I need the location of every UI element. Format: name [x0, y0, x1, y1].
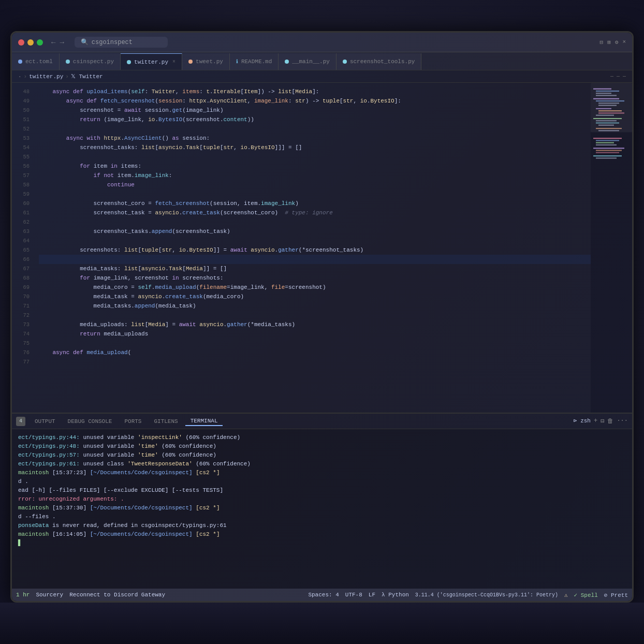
terminal-body[interactable]: ect/typings.py:44: unused variable 'insp… [12, 429, 632, 589]
svg-rect-21 [596, 142, 614, 143]
window-controls [18, 39, 43, 46]
line-num: 48 [15, 87, 30, 96]
minimize-button[interactable] [27, 39, 34, 46]
breadcrumb-file[interactable]: twitter.py [29, 74, 63, 80]
terminal-line: macintosh [15:37:30] [~/Documents/Code/c… [18, 504, 626, 513]
line-num: 66 [15, 255, 30, 264]
code-line: media_coro = self.media_upload(filename=… [39, 283, 591, 292]
code-line [39, 189, 591, 199]
sourcery-label[interactable]: Sourcery [36, 592, 63, 598]
close-button[interactable] [18, 39, 24, 46]
close-icon[interactable]: × [622, 39, 626, 46]
search-icon: 🔍 [81, 38, 89, 46]
tab-output[interactable]: OUTPUT [30, 417, 61, 426]
python-version[interactable]: 3.11.4 ('csgoinspect-CcqO1BVs-py3.11': P… [415, 592, 558, 598]
line-num: 62 [15, 217, 30, 227]
line-num: 67 [15, 264, 30, 273]
split-icon[interactable]: ⊟ [600, 39, 604, 46]
forward-button[interactable]: → [60, 38, 64, 47]
line-num: 59 [15, 189, 30, 199]
code-line: screenshot_coro = fetch_screenshot(sessi… [39, 199, 591, 208]
tab-toml[interactable]: ect.toml [12, 53, 60, 70]
maximize-button[interactable] [37, 39, 43, 46]
code-line: async with httpx.AsyncClient() as sessio… [39, 134, 591, 143]
line-num: 73 [15, 320, 30, 329]
laptop-frame: ← → 🔍 csgoinspect ⊟ ⊞ ⚙ × ect.to [0, 0, 644, 644]
titlebar: ← → 🔍 csgoinspect ⊟ ⊞ ⚙ × [12, 33, 632, 52]
code-line: if not item.image_link: [39, 171, 591, 180]
spell-checker[interactable]: ✓ Spell [574, 592, 598, 598]
svg-rect-26 [593, 155, 622, 156]
tab-label: screenshot_tools.py [350, 58, 415, 65]
nav-buttons: ← → [51, 38, 64, 47]
shell-label: ⊳ zsh [574, 417, 591, 425]
line-num: 60 [15, 199, 30, 208]
code-line: return media_uploads [39, 329, 591, 339]
code-editor[interactable]: async def upload_items(self: Twitter, it… [33, 83, 591, 413]
reconnect-discord[interactable]: Reconnect to Discord Gateway [69, 592, 165, 598]
minimap [591, 83, 632, 413]
tab-label: ect.toml [25, 58, 53, 65]
line-num: 52 [15, 124, 30, 134]
plus-button[interactable]: + [594, 417, 597, 425]
code-line: screenshot_tasks.append(screenshot_task) [39, 227, 591, 236]
more-button[interactable]: ··· [617, 417, 628, 425]
terminal-line: macintosh [16:14:05] [~/Documents/Code/c… [18, 530, 626, 539]
line-num: 58 [15, 180, 30, 189]
spaces-indicator[interactable]: Spaces: 4 [308, 592, 339, 598]
tab-readme[interactable]: ℹ README.md [230, 53, 279, 70]
trash-button[interactable]: 🗑 [607, 417, 613, 425]
svg-rect-23 [593, 148, 624, 149]
tab-label: README.md [241, 58, 272, 65]
breadcrumb-class[interactable]: 𝕏 Twitter [71, 73, 103, 80]
tab-debug-console[interactable]: DEBUG CONSOLE [63, 417, 118, 426]
terminal-line: ▋ [18, 539, 626, 548]
terminal-line: ect/typings.py:61: unused class 'TweetRe… [18, 460, 626, 469]
search-text: csgoinspect [92, 39, 133, 46]
lambda-icon: λ [382, 592, 385, 598]
tab-gitlens[interactable]: GITLENS [149, 417, 183, 426]
line-numbers: 48 49 50 51 52 53 54 55 56 57 58 59 60 6… [12, 83, 33, 413]
titlebar-search[interactable]: 🔍 csgoinspect [75, 37, 168, 48]
statusbar-right: Spaces: 4 UTF-8 LF λ Python 3.11.4 ('csg… [308, 592, 628, 598]
tab-terminal[interactable]: TERMINAL [185, 417, 223, 426]
code-line: for image_link, screenshot in screenshot… [39, 273, 591, 283]
tab-tweet[interactable]: tweet.py [182, 53, 230, 70]
layout-icon[interactable]: ⊞ [607, 39, 611, 46]
panel-tabs: 4 OUTPUT DEBUG CONSOLE PORTS GITLENS TER… [12, 414, 632, 429]
tab-screenshot-tools[interactable]: screenshot_tools.py [336, 53, 421, 70]
code-line [39, 311, 591, 320]
tab-csinspect[interactable]: csinspect.py [60, 53, 121, 70]
back-button[interactable]: ← [51, 38, 55, 47]
tab-close-button[interactable]: × [172, 59, 175, 65]
git-status[interactable]: 1 hr [16, 592, 30, 598]
line-num: 50 [15, 106, 30, 115]
encoding-indicator[interactable]: UTF-8 [345, 592, 362, 598]
prettier-status[interactable]: ⊘ Prett [604, 592, 628, 598]
line-num: 72 [15, 311, 30, 320]
svg-rect-20 [596, 140, 619, 141]
code-line: continue [39, 180, 591, 189]
tab-ports[interactable]: PORTS [119, 417, 147, 426]
code-line: async def upload_items(self: Twitter, it… [39, 87, 591, 96]
code-line [39, 255, 591, 264]
breadcrumb-part: · [18, 74, 22, 80]
terminal-line: macintosh [15:37:23] [~/Documents/Code/c… [18, 469, 626, 477]
code-line [39, 339, 591, 348]
language-indicator[interactable]: λ Python [382, 592, 409, 598]
line-num: 49 [15, 96, 30, 106]
panel-tab-actions: ⊳ zsh + ⊟ 🗑 ··· [574, 417, 628, 425]
errors-icon[interactable]: ⚠ [564, 592, 568, 598]
settings-icon[interactable]: ⚙ [615, 39, 619, 46]
tab-main[interactable]: __main__.py [279, 53, 336, 70]
terminal-line: ect/typings.py:48: unused variable 'time… [18, 442, 626, 451]
code-line: screenshot_task = asyncio.create_task(sc… [39, 208, 591, 217]
svg-rect-25 [596, 152, 619, 153]
code-line [39, 236, 591, 245]
line-num: 69 [15, 283, 30, 292]
line-ending-indicator[interactable]: LF [369, 592, 375, 598]
layout-button[interactable]: ⊟ [601, 417, 604, 425]
code-line: media_uploads: list[Media] = await async… [39, 320, 591, 329]
line-num: 54 [15, 143, 30, 152]
tab-twitter[interactable]: twitter.py × [121, 53, 182, 70]
